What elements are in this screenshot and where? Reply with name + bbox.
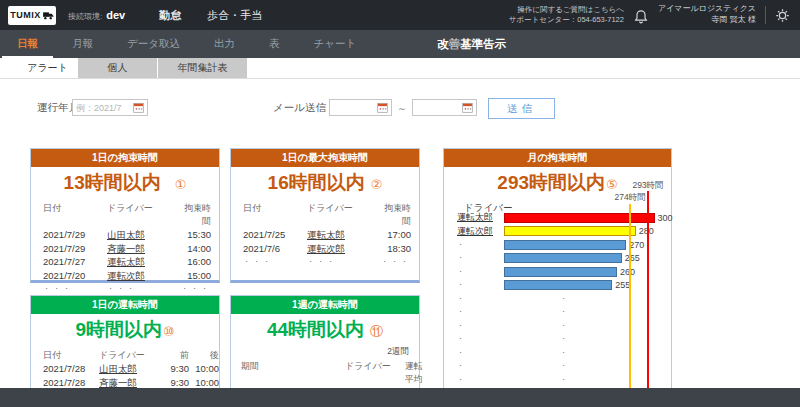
table-cell: 14:00 xyxy=(181,242,211,256)
continuation-dot: ・ xyxy=(444,375,504,385)
top-right-area: 操作に関するご質問はこちらへ サポートセンター：054-653-7122 アイマ… xyxy=(509,4,800,26)
menu-item-buai[interactable]: 歩合・手当 xyxy=(207,8,262,23)
environment-value: dev xyxy=(106,9,125,21)
driver-link[interactable]: 斉藤一郎 xyxy=(107,242,181,256)
nav-item-output[interactable]: 出力 xyxy=(197,30,252,58)
footer-bar xyxy=(0,388,800,407)
two-week-note: 2週間 xyxy=(231,343,419,358)
limit-text: 13時間以内① xyxy=(31,170,219,196)
chart-continuation-row: ・・ xyxy=(444,319,671,333)
chart-category-label: ・ xyxy=(444,253,504,263)
mail-to-date-input[interactable] xyxy=(416,103,462,113)
limit-badge: ① xyxy=(175,177,187,192)
table-cell: 9:30 xyxy=(157,362,189,376)
column-header: ドライバー xyxy=(107,202,181,228)
tab-alert[interactable]: アラート xyxy=(18,58,78,78)
table-cell: 2021/7/25 xyxy=(243,228,307,242)
bar-value-label: 280 xyxy=(639,226,654,236)
table-cell: ・・・ xyxy=(307,255,381,269)
account-info[interactable]: アイマールロジスティクス 寺岡 賢太 様 xyxy=(658,4,756,26)
settings-gear-icon[interactable] xyxy=(775,8,790,23)
table-cell: 10:00 xyxy=(189,376,219,390)
mail-to-inputbox xyxy=(412,99,477,116)
card-title: 1日の最大拘束時間 xyxy=(231,149,419,167)
calendar-icon[interactable] xyxy=(133,102,144,113)
bar-value-label: 260 xyxy=(620,267,635,277)
support-info: 操作に関するご質問はこちらへ サポートセンター：054-653-7122 xyxy=(509,5,624,25)
chart-category-label[interactable]: 運転次郎 xyxy=(444,225,504,238)
chart-continuation-row: ・・ xyxy=(444,373,671,387)
driver-link[interactable]: 運転太郎 xyxy=(107,255,181,269)
card-title: 1日の拘束時間 xyxy=(31,149,219,167)
chart-category-label[interactable]: 運転太郎 xyxy=(444,211,504,224)
limit-value: 9時間以内 xyxy=(75,319,162,340)
tab-kojin[interactable]: 個人 xyxy=(78,58,158,78)
driver-link[interactable]: 斉藤一郎 xyxy=(99,376,157,390)
card-daily-restraint: 1日の拘束時間 13時間以内① 日付ドライバー拘束時間2021/7/29山田太郎… xyxy=(30,148,220,283)
driver-link[interactable]: 運転太郎 xyxy=(307,228,381,242)
card-title: 月の拘束時間 xyxy=(444,149,671,167)
chart-bar-row: 運転太郎300 xyxy=(444,211,671,225)
limit-value: 44時間以内 xyxy=(267,319,364,340)
calendar-icon[interactable] xyxy=(462,102,473,113)
column-header: 拘束時間 xyxy=(381,202,411,228)
column-header: 日付 xyxy=(43,349,99,362)
bar xyxy=(504,253,622,263)
limit-badge: ⑤ xyxy=(606,177,618,192)
table-cell: ・・・ xyxy=(381,255,411,269)
table-cell: 18:30 xyxy=(381,242,411,256)
column-header: 運転平均 xyxy=(399,360,423,386)
calendar-icon[interactable] xyxy=(377,102,388,113)
column-header: ドライバー xyxy=(99,349,157,362)
table-cell: 9:30 xyxy=(157,376,189,390)
notification-bell-icon[interactable] xyxy=(633,7,649,24)
tumix-logo[interactable]: TUMIX xyxy=(8,6,56,25)
table-cell: 2021/7/20 xyxy=(43,269,107,283)
table-cell: ・・・ xyxy=(107,282,181,296)
chart-continuation-row: ・・ xyxy=(444,346,671,360)
range-separator: ～ xyxy=(397,102,407,116)
nav-item-chart[interactable]: チャート xyxy=(297,30,374,58)
menu-item-kintai[interactable]: 勤怠 xyxy=(159,8,181,23)
card-monthly-restraint: 月の拘束時間 293時間以内⑤ ドライバー 運転太郎300運転次郎280・270… xyxy=(443,148,672,388)
card-title: 1日の運転時間 xyxy=(31,296,219,314)
driver-link[interactable]: 山田太郎 xyxy=(107,228,181,242)
logo-text: TUMIX xyxy=(10,10,41,20)
limit-text: 44時間以内⑪ xyxy=(231,317,419,343)
tab-nenkan-shukei[interactable]: 年間集計表 xyxy=(158,58,248,78)
month-input[interactable] xyxy=(76,103,133,113)
nav-item-nippo[interactable]: 日報 xyxy=(0,30,55,58)
company-name: アイマールロジスティクス xyxy=(658,4,756,15)
nav-item-data-import[interactable]: データ取込 xyxy=(110,30,197,58)
column-header: 日付 xyxy=(243,202,307,228)
continuation-dot: ・ xyxy=(560,294,567,304)
table-cell: ・・・ xyxy=(181,282,211,296)
continuation-dot: ・ xyxy=(560,307,567,317)
column-header: 日付 xyxy=(43,202,107,228)
main-nav: 日報 月報 データ取込 出力 表 チャート 改善基準告示 xyxy=(0,30,800,58)
driver-link[interactable]: 山田太郎 xyxy=(99,362,157,376)
mail-from-date-input[interactable] xyxy=(333,103,377,113)
chart-bar-row: 運転次郎280 xyxy=(444,225,671,239)
card-weekly-driving: 1週の運転時間 44時間以内⑪ 2週間 期間ドライバー運転平均2021/7/16… xyxy=(230,295,420,390)
continuation-dot: ・ xyxy=(560,375,567,385)
limit-value: 16時間以内 xyxy=(268,172,365,193)
column-header: 後 xyxy=(189,349,219,362)
send-button[interactable]: 送信 xyxy=(488,98,555,119)
driver-link[interactable]: 運転次郎 xyxy=(307,242,381,256)
nav-item-geppo[interactable]: 月報 xyxy=(55,30,110,58)
daily-restraint-table: 日付ドライバー拘束時間2021/7/29山田太郎15:302021/7/29斉藤… xyxy=(43,202,207,296)
bar-chart: 運転太郎300運転次郎280・270・265・260・255・・・・・・・・・・… xyxy=(444,211,671,387)
nav-item-hyou[interactable]: 表 xyxy=(252,30,297,58)
top-bar: TUMIX 接続環境: dev 勤怠 歩合・手当 操作に関するご質問はこちらへ … xyxy=(0,0,800,30)
driver-link[interactable]: 運転次郎 xyxy=(107,269,181,283)
chart-bar-row: ・255 xyxy=(444,279,671,293)
column-header: 拘束時間 xyxy=(181,202,211,228)
continuation-dot: ・ xyxy=(444,307,504,317)
chart-continuation-row: ・・ xyxy=(444,306,671,320)
chart-category-label: ・ xyxy=(444,240,504,250)
card-daily-driving: 1日の運転時間 9時間以内⑩ 日付ドライバー前後2021/7/28山田太郎9:3… xyxy=(30,295,220,390)
continuation-dot: ・ xyxy=(444,294,504,304)
bar-value-label: 255 xyxy=(615,280,630,290)
nav-item-kaizen-kijun[interactable]: 改善基準告示 xyxy=(437,30,506,58)
